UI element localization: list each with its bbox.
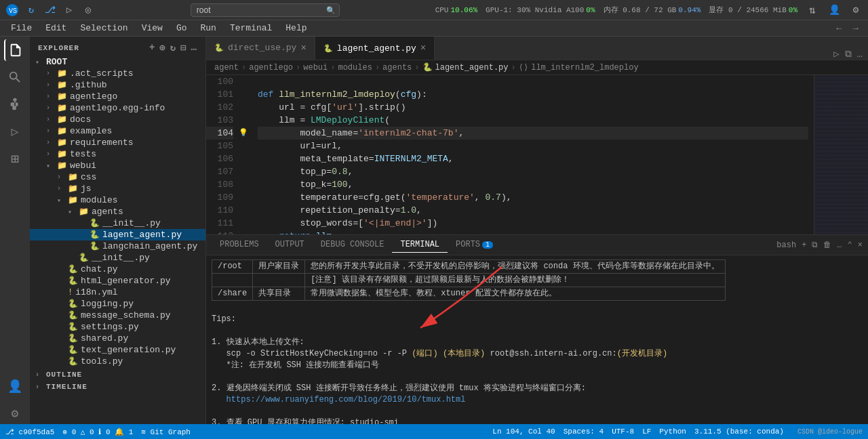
- tree-item[interactable]: 🐍message_schema.py: [30, 310, 205, 321]
- menu-file[interactable]: File: [5, 22, 37, 35]
- menu-view[interactable]: View: [136, 22, 168, 35]
- menu-edit[interactable]: Edit: [40, 22, 72, 35]
- tree-item[interactable]: ›📁requirements: [30, 137, 205, 148]
- maximize-panel-icon[interactable]: ⌃: [848, 240, 852, 250]
- terminal-table: /root 用户家目录 您的所有开发共享此目录，不受开发机的启停影响，强烈建议将…: [212, 259, 726, 301]
- search-icon: 🔍: [326, 5, 336, 14]
- tree-item[interactable]: 🐍text_generation.py: [30, 344, 205, 356]
- collapse-all-icon[interactable]: ⊟: [180, 42, 186, 54]
- tab-lagent-agent[interactable]: 🐍 lagent_agent.py ×: [315, 37, 435, 60]
- profile-icon[interactable]: 👤: [827, 3, 841, 17]
- refresh-explorer-icon[interactable]: ↻: [170, 42, 176, 54]
- tree-item[interactable]: ›📁examples: [30, 125, 205, 137]
- tree-item[interactable]: ›📁agentlego.egg-info: [30, 102, 205, 114]
- status-conda[interactable]: 3.11.5 (base: conda): [694, 427, 784, 436]
- tree-item[interactable]: 🐍html_generator.py: [30, 275, 205, 287]
- tab-close-active-icon[interactable]: ×: [420, 43, 426, 54]
- activity-git[interactable]: [4, 93, 26, 115]
- menu-go[interactable]: Go: [171, 22, 193, 35]
- status-git-graph[interactable]: ≋ Git Graph: [141, 427, 191, 436]
- panel-tab-problems[interactable]: PROBLEMS: [212, 237, 267, 253]
- outline-header[interactable]: › OUTLINE: [30, 369, 205, 381]
- activity-settings[interactable]: ⚙: [4, 402, 26, 424]
- new-folder-icon[interactable]: ⊕: [159, 42, 165, 54]
- debug-icon[interactable]: ▷: [62, 3, 76, 17]
- tree-item[interactable]: 🐍settings.py: [30, 321, 205, 333]
- activity-search[interactable]: [4, 66, 26, 88]
- status-language[interactable]: Python: [659, 427, 686, 436]
- activity-extensions[interactable]: ⊞: [4, 148, 26, 169]
- tree-item[interactable]: 🐍shared.py: [30, 333, 205, 344]
- panel-tab-terminal[interactable]: TERMINAL: [392, 237, 448, 253]
- new-file-icon[interactable]: +: [149, 42, 155, 54]
- tab-direct-use[interactable]: 🐍 direct_use.py ×: [206, 37, 315, 60]
- sort-icon[interactable]: ⇅: [806, 3, 819, 17]
- more-terminal-icon[interactable]: …: [837, 241, 842, 250]
- tree-item[interactable]: 🐍chat.py: [30, 264, 205, 275]
- tree-item[interactable]: ›📁css: [30, 171, 205, 183]
- tree-root[interactable]: ▾ ROOT: [30, 56, 205, 68]
- menu-terminal[interactable]: Terminal: [224, 22, 277, 35]
- more-editor-icon[interactable]: …: [857, 49, 863, 60]
- run-icon[interactable]: ▷: [833, 48, 839, 60]
- terminal-content[interactable]: /root 用户家目录 您的所有开发共享此目录，不受开发机的启停影响，强烈建议将…: [206, 255, 868, 424]
- tree-item[interactable]: !i18n.yml: [30, 287, 205, 298]
- mem-stat: 内存 0.68 / 72 GB 0.94%: [604, 5, 701, 15]
- nav-back[interactable]: ←: [832, 22, 846, 35]
- split-editor-icon[interactable]: ⧉: [845, 49, 852, 60]
- tree-item[interactable]: 🐍langchain_agent.py: [30, 241, 205, 252]
- add-terminal-icon[interactable]: +: [802, 241, 806, 250]
- app-logo-icon: VS: [5, 3, 19, 17]
- tab-close-icon[interactable]: ×: [300, 43, 306, 54]
- tree-item[interactable]: ›📁tests: [30, 148, 205, 160]
- terminal-line: [212, 371, 863, 383]
- nav-forward[interactable]: →: [849, 22, 863, 35]
- tree-item[interactable]: ›📁.act_scripts: [30, 68, 205, 79]
- status-cursor[interactable]: Ln 104, Col 40: [492, 427, 555, 436]
- tree-item[interactable]: 🐍tools.py: [30, 356, 205, 367]
- code-content[interactable]: def llm_internlm2_lmdeploy(cfg): url = c…: [252, 75, 814, 234]
- tree-item[interactable]: 🐍__init__.py: [30, 217, 205, 229]
- activity-explorer[interactable]: [4, 39, 26, 61]
- status-errors[interactable]: ⊗ 0 △ 0 ℹ 0 🔔 1: [62, 427, 133, 436]
- refresh-icon[interactable]: ↻: [24, 3, 38, 17]
- tree-item[interactable]: ▾📁webui: [30, 160, 205, 171]
- status-encoding[interactable]: UTF-8: [612, 427, 634, 436]
- tree-item-lagent[interactable]: 🐍lagent_agent.py: [30, 229, 205, 241]
- search-input[interactable]: [191, 3, 340, 17]
- menu-help[interactable]: Help: [280, 22, 312, 35]
- split-terminal-icon[interactable]: ⧉: [812, 241, 818, 250]
- minimap-content: [814, 75, 868, 234]
- status-spaces[interactable]: Spaces: 4: [564, 427, 604, 436]
- code-line-106: meta_template=INTERNLM2_META,: [258, 152, 808, 165]
- panel: PROBLEMS OUTPUT DEBUG CONSOLE TERMINAL P…: [206, 234, 868, 424]
- tree-item[interactable]: 🐍__init__.py: [30, 252, 205, 264]
- lightbulb-icon[interactable]: 💡: [239, 127, 252, 140]
- panel-tab-output[interactable]: OUTPUT: [267, 237, 313, 253]
- status-eol[interactable]: LF: [642, 427, 651, 436]
- code-line-108: top_k=100,: [258, 178, 808, 191]
- source-control-icon[interactable]: ⎇: [43, 3, 57, 17]
- tree-item[interactable]: ›📁js: [30, 183, 205, 194]
- tree-item[interactable]: ▾📁modules: [30, 194, 205, 206]
- timeline-header[interactable]: › TIMELINE: [30, 381, 205, 393]
- tree-item[interactable]: ›📁docs: [30, 114, 205, 125]
- settings-icon[interactable]: ⚙: [849, 3, 863, 17]
- menu-run[interactable]: Run: [195, 22, 221, 35]
- code-line-110: repetition_penalty=1.0,: [258, 204, 808, 217]
- compass-icon[interactable]: ◎: [81, 3, 95, 17]
- tree-item[interactable]: ▾📁agents: [30, 206, 205, 217]
- tree-item[interactable]: 🐍logging.py: [30, 298, 205, 310]
- close-panel-icon[interactable]: ×: [858, 241, 863, 250]
- panel-tab-debug[interactable]: DEBUG CONSOLE: [313, 237, 393, 253]
- tree-item[interactable]: ›📁agentlego: [30, 91, 205, 102]
- trash-terminal-icon[interactable]: 🗑: [823, 240, 831, 250]
- menu-selection[interactable]: Selection: [75, 22, 133, 35]
- activity-debug[interactable]: ▷: [4, 121, 26, 142]
- more-options-icon[interactable]: …: [191, 42, 197, 54]
- activity-account[interactable]: 👤: [4, 375, 26, 397]
- titlebar-left: VS ↻ ⎇ ▷ ◎: [5, 3, 95, 17]
- tree-item[interactable]: ›📁.github: [30, 79, 205, 91]
- panel-tab-ports[interactable]: PORTS1: [448, 237, 501, 253]
- status-branch[interactable]: ⎇ c90f5da5: [5, 427, 54, 436]
